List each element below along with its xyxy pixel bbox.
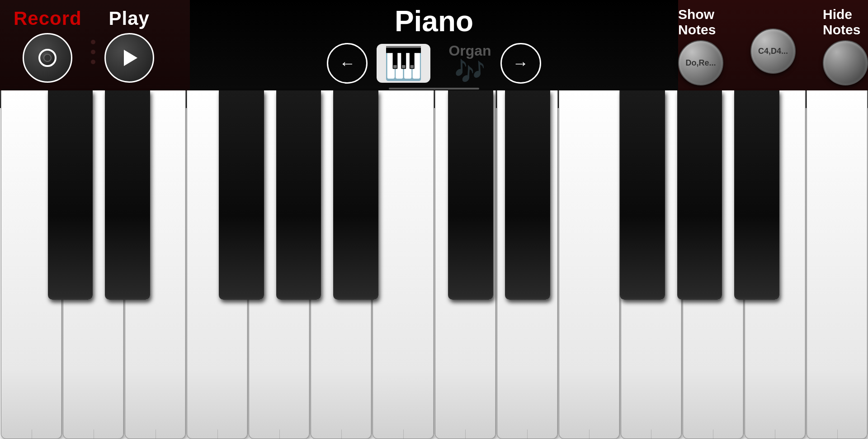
play-control: Play: [104, 8, 154, 83]
hide-notes-knob[interactable]: [823, 40, 868, 85]
show-notes-label: Show Notes: [678, 7, 723, 38]
c4d4-knob[interactable]: C4,D4...: [750, 28, 796, 74]
piano-icon: 🎹: [384, 47, 423, 79]
prev-instrument-button[interactable]: ←: [327, 43, 368, 84]
black-key-ds4[interactable]: [505, 90, 550, 300]
organ-label: Organ: [448, 42, 491, 59]
instrument-carousel: ← 🎹 Organ 🎶 →: [190, 42, 678, 84]
record-label: Record: [14, 8, 82, 29]
play-button[interactable]: [104, 33, 154, 83]
top-bar: Record Play Piano: [0, 0, 868, 90]
black-keys: [0, 90, 868, 300]
organ-icon: 🎶: [454, 59, 486, 84]
record-button[interactable]: [23, 33, 72, 83]
black-key-fs4[interactable]: [620, 90, 665, 300]
dot-1: [91, 40, 95, 44]
hide-notes-control: Hide Notes: [823, 7, 868, 85]
show-notes-control: Show Notes Do,Re...: [678, 7, 723, 85]
record-dot: [43, 54, 52, 62]
black-key-cs4[interactable]: [448, 90, 493, 300]
piano-area: [0, 90, 868, 439]
record-control: Record: [14, 8, 82, 83]
white-keys: [0, 90, 868, 439]
black-key-gs3[interactable]: [276, 90, 321, 300]
left-controls: Record Play: [0, 8, 190, 83]
app-container: Record Play Piano: [0, 0, 868, 439]
show-notes-row: Show Notes Do,Re... C4,D4... Hide Notes: [678, 7, 868, 85]
prev-arrow-icon: ←: [339, 54, 355, 73]
instrument-items: 🎹 Organ 🎶: [377, 42, 491, 84]
instrument-organ[interactable]: Organ 🎶: [448, 42, 491, 84]
white-key-e4[interactable]: [559, 90, 620, 439]
c4d4-label: C4,D4...: [758, 47, 788, 56]
next-arrow-icon: →: [513, 54, 529, 73]
do-re-knob[interactable]: Do,Re...: [678, 40, 723, 85]
carousel-indicator: [389, 88, 479, 90]
dot-2: [91, 50, 95, 54]
black-key-gs4[interactable]: [677, 90, 722, 300]
white-key-b4[interactable]: [807, 90, 868, 439]
right-controls: Show Notes Do,Re... C4,D4... Hide Notes: [678, 0, 868, 90]
piano-keys: [0, 90, 868, 439]
instrument-title: Piano: [395, 5, 473, 38]
white-key-b3[interactable]: [373, 90, 434, 439]
play-label: Play: [109, 8, 150, 29]
dots-separator: [91, 40, 95, 64]
black-key-ds3[interactable]: [105, 90, 150, 300]
hide-notes-label: Hide Notes: [823, 7, 868, 38]
do-re-label: Do,Re...: [685, 58, 716, 68]
dot-3: [91, 60, 95, 64]
instrument-piano[interactable]: 🎹: [377, 44, 430, 83]
play-icon: [124, 50, 137, 66]
black-key-as3[interactable]: [333, 90, 378, 300]
next-instrument-button[interactable]: →: [500, 43, 541, 84]
c4d4-control: C4,D4...: [750, 7, 796, 74]
instrument-selector: Piano ← 🎹 Organ 🎶 →: [190, 0, 678, 90]
black-key-as4[interactable]: [734, 90, 779, 300]
black-key-cs3[interactable]: [48, 90, 93, 300]
record-icon: [38, 49, 57, 67]
black-key-fs3[interactable]: [219, 90, 264, 300]
